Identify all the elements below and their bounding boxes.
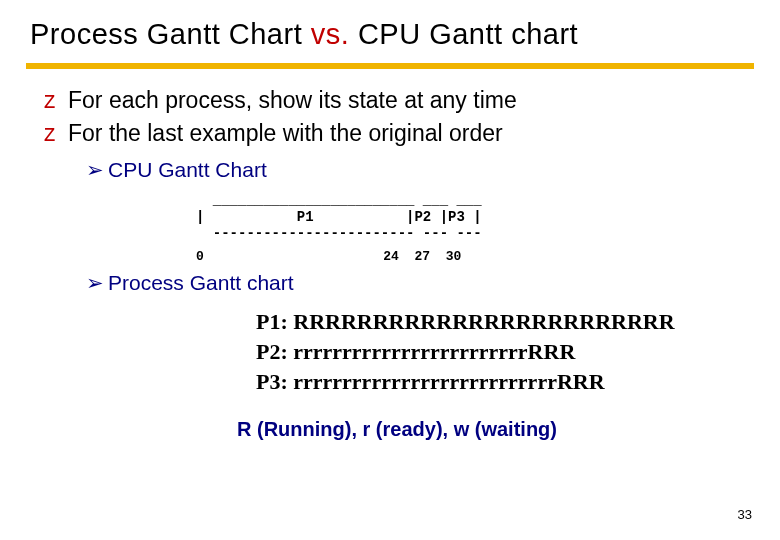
tick-0: 0 <box>196 249 204 264</box>
title-part2: CPU Gantt chart <box>349 18 578 50</box>
cpu-gantt-ticks: 0 24 27 30 <box>196 249 750 264</box>
cpu-gantt-top: ________________________ ___ ___ <box>196 192 482 208</box>
tick-30: 30 <box>446 249 462 264</box>
legend: R (Running), r (ready), w (waiting) <box>44 418 750 441</box>
z-bullet-icon: z <box>44 118 56 149</box>
slide: Process Gantt Chart vs. CPU Gantt chart … <box>0 0 780 540</box>
slide-title: Process Gantt Chart vs. CPU Gantt chart <box>0 0 780 57</box>
tick-24: 24 <box>383 249 399 264</box>
proc-gantt-p3: P3: rrrrrrrrrrrrrrrrrrrrrrrrrrrRRR <box>256 369 605 394</box>
proc-gantt-p1: P1: RRRRRRRRRRRRRRRRRRRRRRRR <box>256 309 675 334</box>
sub-bullet-1: ➢ CPU Gantt Chart <box>86 155 750 184</box>
arrow-icon: ➢ <box>86 268 104 297</box>
tick-27: 27 <box>414 249 430 264</box>
bullet-1: z For each process, show its state at an… <box>44 85 750 116</box>
arrow-icon: ➢ <box>86 155 104 184</box>
slide-body: z For each process, show its state at an… <box>0 69 780 441</box>
title-vs: vs. <box>311 18 350 50</box>
cpu-gantt-bot: ------------------------ --- --- <box>196 225 482 241</box>
bullet-2: z For the last example with the original… <box>44 118 750 149</box>
sub-bullet-2: ➢ Process Gantt chart <box>86 268 750 297</box>
cpu-gantt-chart: ________________________ ___ ___ | P1 |P… <box>196 192 750 240</box>
sub-bullet-1-text: CPU Gantt Chart <box>108 158 267 181</box>
process-gantt-chart: P1: RRRRRRRRRRRRRRRRRRRRRRRR P2: rrrrrrr… <box>256 307 750 396</box>
bullet-2-text: For the last example with the original o… <box>68 120 503 146</box>
cpu-gantt-mid: | P1 |P2 |P3 | <box>196 209 482 225</box>
proc-gantt-p2: P2: rrrrrrrrrrrrrrrrrrrrrrrrRRR <box>256 339 575 364</box>
page-number: 33 <box>738 507 752 522</box>
sub-list: ➢ CPU Gantt Chart ______________________… <box>44 155 750 396</box>
bullet-1-text: For each process, show its state at any … <box>68 87 517 113</box>
z-bullet-icon: z <box>44 85 56 116</box>
sub-bullet-2-text: Process Gantt chart <box>108 271 294 294</box>
title-part1: Process Gantt Chart <box>30 18 311 50</box>
